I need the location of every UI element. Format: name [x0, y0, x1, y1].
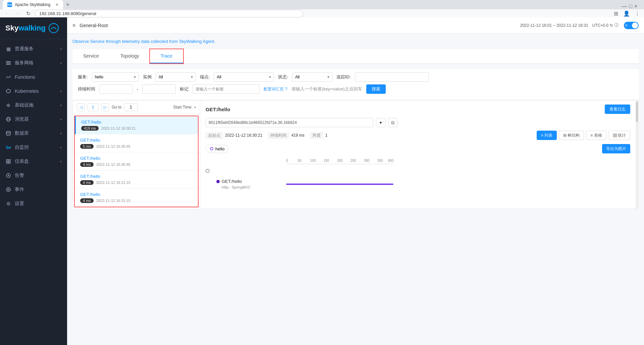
arrow-icon: ▾: [60, 118, 62, 121]
trace-id-display[interactable]: [206, 118, 373, 127]
browser-actions: ⊞ 👤 ⋮: [612, 9, 641, 17]
window-maximize-icon[interactable]: □: [629, 3, 632, 9]
sidebar-item-browser[interactable]: 浏览器 ▾: [0, 112, 67, 126]
detail-title: GET:/hello: [206, 107, 230, 112]
utc-refresh-icon[interactable]: ↻: [610, 23, 613, 28]
sidebar-item-functions[interactable]: Functions: [0, 70, 67, 84]
filter-section: 服务: hello ▾ 实例 All ▾ 端点: All ▾ 状: [72, 69, 639, 100]
detail-panel: GET:/hello 查看日志 ▾ ⧉ 起始点 2022-11-12 16:30…: [200, 100, 636, 209]
config-link[interactable]: 配置词汇页 ?: [264, 86, 287, 92]
view-log-button[interactable]: 查看日志: [605, 105, 630, 114]
header-menu-icon[interactable]: ≡: [72, 22, 75, 28]
nav-back-button[interactable]: ←: [3, 9, 11, 17]
status-filter-label: 状态:: [278, 74, 288, 80]
trace-bar-container: [286, 182, 630, 187]
service-tag[interactable]: hello: [206, 145, 229, 153]
trace-time-1: 2022-11-12 16:30:21: [101, 126, 136, 130]
instance-select[interactable]: All ▾: [156, 72, 196, 82]
sidebar-item-alert[interactable]: 告警: [0, 168, 67, 183]
arrow-icon: ▾: [60, 160, 62, 163]
sidebar-label-normal-service: 普通服务: [15, 46, 57, 52]
service-select[interactable]: hello ▾: [92, 72, 139, 82]
search-button[interactable]: 搜索: [366, 84, 386, 94]
duration-to-input[interactable]: [142, 84, 176, 94]
content-description: Observe Service through telemetry data c…: [72, 39, 639, 44]
viz-header: hello 导出为图片: [206, 144, 630, 153]
sidebar-label-infrastructure: 基础设施: [15, 102, 57, 108]
duration-from-input[interactable]: [99, 84, 133, 94]
sidebar-item-event[interactable]: 事件: [0, 183, 67, 197]
sidebar-label-dashboard: 仪表盘: [15, 158, 57, 164]
page-current-button[interactable]: 1: [88, 103, 98, 111]
goto-input[interactable]: [124, 103, 138, 111]
service-mesh-icon: [5, 60, 11, 66]
window-close-icon[interactable]: ×: [634, 3, 637, 9]
trace-id-dropdown[interactable]: ▾: [376, 118, 385, 127]
trace-item-5[interactable]: GET:/hello 4 ms 2022-11-12 16:31:15: [75, 189, 198, 207]
trace-id-label: 追踪ID:: [336, 74, 351, 80]
sidebar-item-self-monitor[interactable]: Sw 自监控 ▾: [0, 140, 67, 154]
trace-item-3[interactable]: GET:/hello 4 ms 2022-11-12 16:30:45: [75, 152, 198, 170]
page-next-button[interactable]: ▷: [101, 103, 109, 111]
header-toggle[interactable]: V: [624, 22, 639, 29]
detail-id-row: ▾ ⧉: [206, 118, 630, 127]
trace-item-1[interactable]: GET:/hello 419 ms 2022-11-12 16:30:21: [75, 116, 198, 134]
trace-node-info: GET:/hello Http - SpringMVC: [211, 179, 286, 189]
tree-view-button[interactable]: ⊞ 树结构: [559, 131, 584, 140]
scale-100: 100: [310, 159, 316, 162]
utc-info-icon[interactable]: ⓘ: [614, 22, 619, 28]
menu-icon[interactable]: ⋮: [633, 9, 641, 17]
page-content: Observe Service through telemetry data c…: [67, 33, 644, 345]
detail-meta-row: 起始点 2022-11-12 16:30:21 持续时间 419 ms 跨度 1: [206, 131, 630, 140]
breadcrumb: General-Root: [79, 23, 108, 28]
sidebar-item-infrastructure[interactable]: ⊕ 基础设施 ▾: [0, 98, 67, 112]
svg-rect-3: [6, 64, 11, 65]
endpoint-select[interactable]: All ▾: [214, 72, 274, 82]
page-prev-button[interactable]: ◁: [77, 103, 85, 111]
list-view-button[interactable]: ≡ 列表: [537, 131, 557, 140]
tab-trace[interactable]: Trace: [150, 49, 183, 63]
trace-node-title: GET:/hello: [222, 179, 242, 184]
sidebar-item-normal-service[interactable]: ▦ 普通服务 ▾: [0, 42, 67, 56]
table-view-button[interactable]: ≡ 表格: [586, 131, 606, 140]
address-bar[interactable]: [35, 10, 303, 17]
status-select[interactable]: All ▾: [292, 72, 332, 82]
svg-rect-11: [6, 162, 8, 163]
new-tab-button[interactable]: +: [63, 0, 72, 9]
trace-meta-2: 5 ms 2022-11-12 16:30:45: [80, 144, 193, 149]
copy-trace-id-button[interactable]: ⧉: [388, 118, 397, 127]
sidebar-item-kubernetes[interactable]: Kubernetes ▾: [0, 84, 67, 98]
sidebar-item-database[interactable]: 数据库 ▾: [0, 126, 67, 140]
start-time-column-header[interactable]: Start Time: [173, 105, 192, 110]
sidebar-item-settings[interactable]: ⚙ 设置: [0, 197, 67, 211]
trace-title-1: GET:/hello: [81, 120, 193, 125]
span-label: 跨度: [310, 132, 323, 139]
span-meta: 跨度 1: [310, 132, 328, 139]
export-button[interactable]: 导出为图片: [602, 144, 630, 153]
sidebar-item-service-mesh[interactable]: 服务网格 ▾: [0, 56, 67, 70]
nav-reload-button[interactable]: ↻: [24, 9, 32, 17]
trace-item-4[interactable]: GET:/hello 4 ms 2022-11-12 16:31:15: [75, 170, 198, 189]
tab-service[interactable]: Service: [72, 49, 110, 63]
scale-0: 0: [286, 159, 288, 162]
trace-node-subtitle: Http - SpringMVC: [216, 185, 251, 189]
stats-view-button[interactable]: ▦ 统计: [608, 131, 630, 140]
tag-input[interactable]: [193, 84, 260, 94]
browser-tab[interactable]: Sw Apache SkyWalking ×: [3, 0, 63, 9]
tab-topology[interactable]: Topology: [110, 49, 150, 63]
extensions-icon[interactable]: ⊞: [612, 9, 620, 17]
scrollbar-thumb[interactable]: [636, 102, 638, 122]
trace-item-2[interactable]: GET:/hello 5 ms 2022-11-12 16:30:45: [75, 134, 198, 152]
tab-close-icon[interactable]: ×: [56, 2, 58, 7]
sidebar-item-dashboard[interactable]: 仪表盘 ▾: [0, 154, 67, 168]
scrollbar[interactable]: [636, 100, 638, 209]
duration-label: 持续时间: [78, 86, 95, 92]
browser-icon: [5, 116, 11, 122]
nav-forward-button[interactable]: →: [13, 9, 21, 17]
sort-icon[interactable]: ▾: [194, 106, 196, 109]
trace-id-input[interactable]: [355, 72, 429, 82]
svg-point-14: [8, 175, 9, 176]
svg-rect-9: [6, 159, 8, 161]
window-minimize-icon[interactable]: —: [622, 3, 627, 9]
profile-icon[interactable]: 👤: [623, 9, 631, 17]
